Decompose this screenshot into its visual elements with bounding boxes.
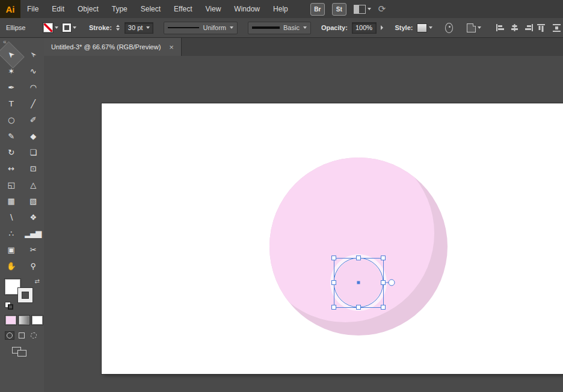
- menu-effect[interactable]: Effect: [167, 0, 198, 18]
- selection-handle-e[interactable]: [381, 281, 386, 285]
- hand-tool[interactable]: ✋: [0, 258, 22, 274]
- tab-close-button[interactable]: ×: [169, 43, 174, 51]
- screen-mode-button[interactable]: [12, 347, 28, 357]
- app-logo: Ai: [0, 0, 20, 18]
- gradient-tool[interactable]: ▧: [22, 193, 45, 209]
- column-graph-tool[interactable]: ▂▄▆: [22, 225, 45, 242]
- draw-normal-button[interactable]: [5, 331, 14, 340]
- selection-handle-n[interactable]: [357, 256, 361, 260]
- distribute-vertical-icon[interactable]: [553, 24, 561, 32]
- stroke-swatch[interactable]: [18, 288, 32, 302]
- slice-tool[interactable]: ✂: [22, 242, 45, 258]
- arrange-menu[interactable]: [467, 23, 481, 32]
- gradient-button[interactable]: [18, 315, 30, 325]
- arrange-document-icon: [467, 23, 476, 32]
- stroke-weight-field[interactable]: 30 pt: [125, 22, 154, 34]
- variable-width-profile-select[interactable]: Uniform: [164, 22, 238, 34]
- workspace-layout-icon: [354, 5, 366, 14]
- curvature-tool[interactable]: ◠: [22, 79, 45, 96]
- pencil-tool[interactable]: ✎: [0, 128, 22, 144]
- chevron-down-icon: [146, 26, 150, 29]
- screen-mode-icon-back: [17, 350, 26, 357]
- menu-window[interactable]: Window: [227, 0, 266, 18]
- selection-handle-se[interactable]: [381, 305, 386, 310]
- menu-type[interactable]: Type: [105, 0, 134, 18]
- align-horizontal-right-icon[interactable]: [525, 24, 533, 31]
- line-segment-tool[interactable]: ╱: [22, 96, 45, 112]
- opacity-options-arrow-icon[interactable]: [381, 25, 383, 30]
- width-tool[interactable]: ↔: [0, 161, 22, 177]
- selection-center-point[interactable]: [357, 281, 360, 284]
- stock-badge-icon[interactable]: St: [332, 3, 346, 16]
- draw-inside-button[interactable]: [29, 331, 38, 340]
- menu-select[interactable]: Select: [134, 0, 167, 18]
- rotate-tool[interactable]: ↻: [0, 144, 22, 161]
- scale-tool[interactable]: ❏: [22, 144, 45, 161]
- eraser-tool[interactable]: ◆: [22, 128, 45, 144]
- artwork-svg: [102, 103, 563, 374]
- brush-definition-select[interactable]: Basic: [248, 22, 311, 34]
- document-tab-title: Untitled-3* @ 66.67% (RGB/Preview): [51, 43, 161, 51]
- zoom-tool[interactable]: ⚲: [22, 258, 45, 274]
- graphic-style-select[interactable]: [417, 23, 432, 32]
- draw-inside-icon: [31, 332, 37, 338]
- menu-help[interactable]: Help: [266, 0, 295, 18]
- symbol-sprayer-tool[interactable]: ∴: [0, 225, 22, 242]
- paintbrush-tool[interactable]: ✐: [22, 112, 45, 128]
- stroke-weight-stepper[interactable]: [116, 25, 120, 31]
- perspective-grid-tool[interactable]: △: [22, 177, 45, 193]
- style-swatch-icon: [417, 23, 427, 32]
- stroke-color-select[interactable]: [63, 23, 76, 32]
- selection-handle-sw[interactable]: [332, 305, 336, 310]
- pie-angle-widget[interactable]: [389, 280, 395, 286]
- chevron-down-icon: [73, 26, 76, 29]
- drawing-mode-buttons: [5, 331, 44, 340]
- menu-edit[interactable]: Edit: [45, 0, 71, 18]
- active-tool-label: Ellipse: [6, 24, 39, 31]
- pen-tool[interactable]: ✒: [0, 79, 22, 96]
- color-button[interactable]: [5, 315, 17, 325]
- recolor-artwork-icon[interactable]: [445, 23, 453, 33]
- canvas-area[interactable]: [44, 56, 563, 392]
- shape-builder-tool[interactable]: ◱: [0, 177, 22, 193]
- selection-handle-s[interactable]: [357, 305, 361, 310]
- none-button[interactable]: [31, 315, 43, 325]
- draw-normal-icon: [7, 332, 13, 338]
- blend-tool[interactable]: ❖: [22, 209, 45, 225]
- type-tool[interactable]: T: [0, 96, 22, 112]
- menu-object[interactable]: Object: [71, 0, 105, 18]
- artboard-tool[interactable]: ▣: [0, 242, 22, 258]
- fill-color-select[interactable]: [43, 23, 58, 32]
- chevron-down-icon: [55, 26, 58, 29]
- free-transform-tool[interactable]: ⊡: [22, 161, 45, 177]
- selection-handle-ne[interactable]: [381, 256, 386, 260]
- swap-fill-stroke-icon[interactable]: ⇄: [35, 278, 40, 284]
- stroke-weight-label: Stroke:: [89, 24, 112, 31]
- align-buttons: [496, 24, 533, 31]
- align-buttons-right: [537, 24, 561, 32]
- cc-sync-icon[interactable]: ⟳: [378, 4, 386, 14]
- draw-behind-button[interactable]: [17, 331, 26, 340]
- selection-handle-w[interactable]: [332, 281, 336, 285]
- fill-stroke-indicator: ⇄: [5, 279, 40, 308]
- workspace-switcher[interactable]: [354, 5, 371, 14]
- default-fill-stroke-icon[interactable]: [5, 302, 14, 310]
- brush-preview-icon: [252, 26, 280, 29]
- ellipse-tool[interactable]: ○: [0, 112, 22, 128]
- align-horizontal-center-icon[interactable]: [511, 24, 518, 31]
- bridge-badge-icon[interactable]: Br: [310, 3, 325, 16]
- align-horizontal-left-icon[interactable]: [496, 24, 504, 31]
- align-vertical-top-icon[interactable]: [537, 24, 545, 32]
- document-tab[interactable]: Untitled-3* @ 66.67% (RGB/Preview) ×: [44, 38, 182, 56]
- menu-bar: Ai FileEditObjectTypeSelectEffectViewWin…: [0, 0, 563, 19]
- chevron-down-icon: [429, 26, 432, 29]
- mesh-tool[interactable]: ▦: [0, 193, 22, 209]
- menu-view[interactable]: View: [199, 0, 228, 18]
- selection-handle-nw[interactable]: [332, 256, 336, 260]
- illustrator-window: Ai FileEditObjectTypeSelectEffectViewWin…: [0, 0, 563, 392]
- document-tab-strip: Untitled-3* @ 66.67% (RGB/Preview) ×: [44, 38, 563, 57]
- menu-file[interactable]: File: [20, 0, 45, 18]
- artboard[interactable]: [102, 103, 563, 374]
- eyedropper-tool[interactable]: ∖: [0, 209, 22, 225]
- opacity-field[interactable]: 100%: [352, 22, 377, 34]
